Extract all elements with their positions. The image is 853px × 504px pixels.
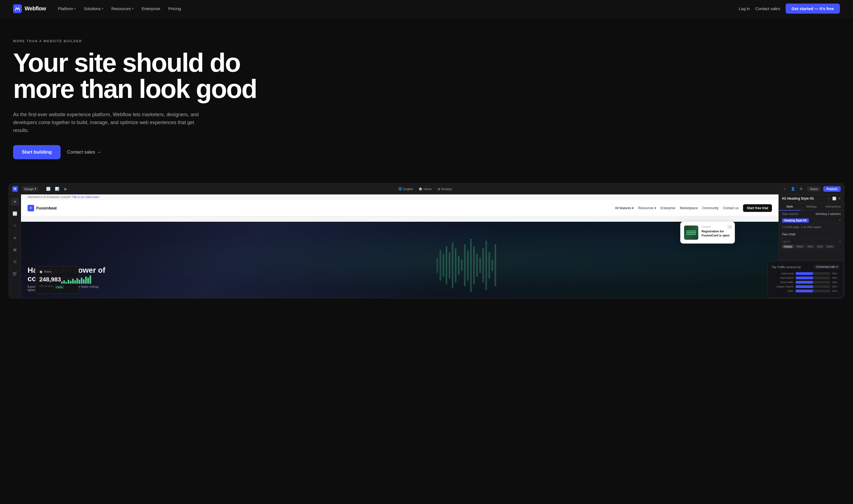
bar-label: Organic Search [779, 285, 794, 288]
pages-icon[interactable]: ⬜ [11, 210, 19, 217]
save-icon[interactable]: ⬜ [45, 186, 52, 192]
tab-style[interactable]: Style [779, 203, 801, 211]
editor-right-panel: H1 Heading Style H1 ⋯ ⬜ ✕ Style Settings… [779, 195, 844, 298]
home-stats-sub: 19% of visits [39, 285, 53, 287]
chevron-down-icon: ▾ [632, 206, 634, 210]
publish-button[interactable]: Publish [823, 186, 841, 192]
logo-area[interactable]: Webflow [13, 4, 46, 13]
svg-rect-1 [437, 258, 438, 273]
svg-rect-9 [461, 259, 463, 271]
svg-rect-11 [467, 250, 469, 281]
sparkline-bar [87, 277, 89, 284]
sparkline-bar [76, 278, 78, 284]
svg-rect-4 [446, 246, 447, 285]
nav-solutions[interactable]: Solutions▾ [81, 5, 106, 13]
bar-track [796, 285, 830, 288]
display-option-block[interactable]: Block [795, 245, 805, 249]
canvas-start-free-trial[interactable]: Start free trial [743, 204, 772, 212]
design-mode-selector[interactable]: Design ▾ [22, 186, 38, 192]
canvas-site-name: Fusionbeat [36, 206, 57, 210]
chevron-down-icon: ▾ [836, 265, 838, 268]
viewport-selector[interactable]: 🖥 Desktop [437, 187, 452, 191]
sparkline-bar [78, 280, 80, 284]
canvas-nav-contact[interactable]: Contact us [723, 206, 739, 210]
arrow-right-icon: › [840, 232, 841, 236]
bar-pct: 50% [832, 276, 840, 279]
svg-rect-3 [443, 254, 445, 277]
svg-rect-14 [476, 254, 478, 277]
share-button[interactable]: Share [807, 186, 820, 192]
panel-copy-icon[interactable]: ⬜ [832, 197, 836, 200]
event-thumbnail [684, 226, 698, 240]
assets-icon[interactable]: ▣ [11, 246, 19, 253]
hero-section: MORE THAN A WEBSITE BUILDER Your site sh… [0, 17, 382, 170]
bar-fill [796, 285, 813, 288]
flex-child-row[interactable]: Flex Child › [779, 231, 844, 238]
svg-rect-10 [464, 245, 466, 286]
toolbar-right: ✓ 👤 ⚙ Share Publish [782, 186, 841, 192]
analytics-metric-selector[interactable]: Conversion rate ▾ [814, 265, 840, 269]
nav-pricing[interactable]: Pricing [165, 5, 184, 13]
canvas-nav-links: All features ▾ Resources ▾ Enterprise Ma… [615, 204, 772, 212]
desktop-icon: 🖥 [437, 187, 440, 191]
check-icon[interactable]: ✓ [782, 186, 788, 192]
heading-style-badge[interactable]: Heading Style H1 [782, 218, 809, 222]
nav-login[interactable]: Log in [739, 6, 750, 11]
logo-text: Webflow [24, 5, 46, 12]
webflow-editor-logo: W [12, 186, 18, 192]
nav-contact-sales[interactable]: Contact sales [755, 6, 780, 11]
svg-rect-13 [474, 246, 475, 285]
add-elements-icon[interactable]: + [11, 198, 19, 205]
navigator-icon[interactable]: ≡ [11, 222, 19, 229]
sparkline-bar [70, 281, 71, 284]
ecommerce-icon[interactable]: 🛒 [11, 270, 19, 277]
panel-close-icon[interactable]: ✕ [838, 197, 841, 200]
svg-rect-15 [479, 258, 481, 273]
canvas-nav-marketplace[interactable]: Marketplace [680, 206, 698, 210]
nav-platform[interactable]: Platform▾ [55, 5, 79, 13]
svg-rect-16 [482, 248, 484, 283]
play-icon[interactable]: ▶ [63, 186, 69, 192]
nav-enterprise[interactable]: Enterprise [138, 5, 163, 13]
tab-interactions[interactable]: Interactions [822, 203, 844, 211]
chevron-down-icon: ▾ [839, 240, 841, 243]
analytics-header: Top Traffic sources by Conversion rate ▾ [779, 265, 840, 269]
sales-team-link[interactable]: Talk to our Sales team. [72, 196, 100, 199]
layout-title: Layout ▾ [782, 240, 841, 243]
start-building-button[interactable]: Start building [13, 145, 60, 159]
canvas-logo: F Fusionbeat [28, 205, 57, 211]
contact-sales-button[interactable]: Contact sales → [67, 149, 102, 155]
bar-label: Paid Social [779, 272, 794, 275]
home-stats-number: 248,983 [39, 276, 61, 283]
canvas-nav-resources[interactable]: Resources ▾ [638, 206, 656, 210]
sparkline-bar [83, 279, 85, 284]
expand-icon[interactable]: ↗ [727, 224, 732, 229]
sparkline-chart [61, 275, 91, 284]
bar-track [796, 276, 830, 279]
display-option-flex[interactable]: Flex [806, 245, 815, 249]
language-selector[interactable]: 🌐 English [398, 187, 413, 191]
settings-icon[interactable]: ⚙ [798, 186, 804, 192]
hero-title-line2: more than look good [13, 74, 256, 103]
nav-cta-button[interactable]: Get started — it's free [786, 3, 840, 14]
svg-rect-8 [458, 256, 460, 275]
editor-body: + ⬜ ≡ ◈ ▣ ⊞ 🛒 Interested in an Enterpris… [9, 195, 844, 298]
canvas-nav-community[interactable]: Community [702, 206, 719, 210]
toolbar-icons-group: ⬜ 📊 ▶ [45, 186, 69, 192]
preview-icon[interactable]: 📊 [54, 186, 60, 192]
panel-options-icon[interactable]: ⋯ [827, 197, 831, 200]
display-option-grid[interactable]: Grid [816, 245, 824, 249]
bar-pct: 50% [832, 285, 840, 288]
display-option-none[interactable]: None [825, 245, 835, 249]
nav-resources[interactable]: Resources▾ [108, 5, 137, 13]
canvas-nav-enterprise[interactable]: Enterprise [661, 206, 676, 210]
canvas-nav-all-features[interactable]: All features ▾ [615, 206, 634, 210]
event-title: Registration for FusionConf is open [701, 229, 731, 237]
user-icon[interactable]: 👤 [790, 186, 796, 192]
tab-settings[interactable]: Settings [801, 203, 822, 211]
cms-icon[interactable]: ⊞ [11, 258, 19, 265]
enterprise-banner: Interested in an Enterprise License? Tal… [21, 195, 779, 200]
page-selector[interactable]: 🏠 Home [419, 187, 431, 191]
display-option-display[interactable]: Display [782, 245, 794, 249]
components-icon[interactable]: ◈ [11, 234, 19, 241]
